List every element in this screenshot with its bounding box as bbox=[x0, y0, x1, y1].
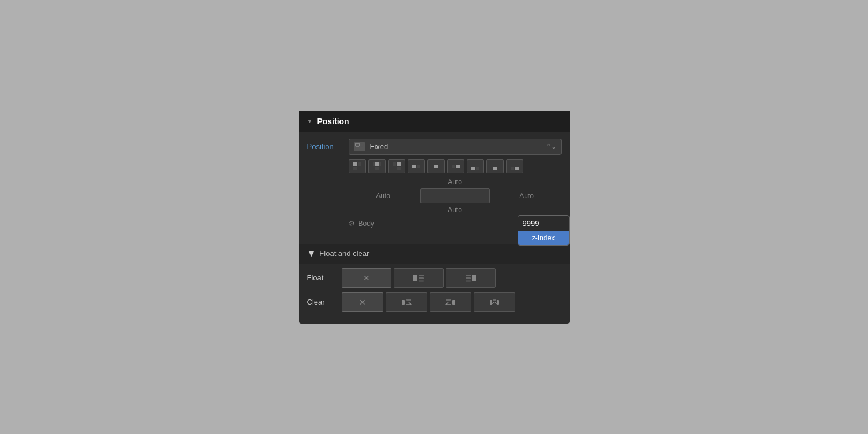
pos-right-value: Auto bbox=[492, 192, 562, 200]
float-left-btn[interactable] bbox=[394, 268, 444, 288]
svg-rect-7 bbox=[373, 162, 375, 166]
float-right-btn[interactable] bbox=[446, 268, 496, 288]
svg-rect-26 bbox=[419, 280, 424, 282]
align-mr-btn[interactable] bbox=[447, 159, 464, 173]
select-chevron-icon: ⌃⌄ bbox=[546, 143, 556, 150]
clear-right-btn[interactable] bbox=[430, 292, 471, 312]
svg-rect-1 bbox=[360, 143, 364, 146]
panel-title: Position bbox=[317, 117, 349, 126]
svg-rect-9 bbox=[375, 167, 379, 170]
zindex-input[interactable] bbox=[523, 219, 551, 228]
alignment-grid bbox=[307, 159, 562, 173]
svg-rect-22 bbox=[511, 167, 514, 170]
gear-icon: ⚙ bbox=[349, 220, 355, 228]
svg-rect-34 bbox=[446, 299, 451, 301]
position-inputs: Auto Auto Auto Auto bbox=[307, 178, 562, 214]
svg-rect-3 bbox=[353, 162, 357, 166]
body-text: Body bbox=[359, 220, 374, 228]
clear-row: Clear ✕ bbox=[307, 292, 562, 312]
svg-rect-25 bbox=[419, 277, 424, 279]
zindex-popup: - z-Index bbox=[518, 215, 570, 246]
svg-rect-2 bbox=[356, 147, 359, 150]
svg-rect-10 bbox=[397, 162, 401, 166]
svg-rect-24 bbox=[419, 275, 424, 276]
svg-rect-37 bbox=[493, 299, 496, 301]
pos-left-value: Auto bbox=[349, 192, 418, 200]
float-clear-divider[interactable]: ▼ Float and clear bbox=[299, 244, 570, 264]
float-row: Float ✕ bbox=[307, 268, 562, 288]
svg-rect-17 bbox=[452, 165, 455, 168]
svg-rect-6 bbox=[375, 162, 379, 166]
svg-rect-11 bbox=[393, 162, 396, 166]
position-value: Fixed bbox=[370, 142, 541, 151]
clear-none-icon: ✕ bbox=[359, 298, 366, 307]
svg-rect-8 bbox=[379, 162, 381, 166]
svg-rect-28 bbox=[466, 277, 471, 279]
position-panel: ▼ Position Position Fixed ⌃ bbox=[299, 111, 570, 324]
float-label: Float bbox=[307, 273, 337, 282]
svg-rect-20 bbox=[493, 167, 497, 170]
zindex-label-btn[interactable]: z-Index bbox=[518, 231, 569, 245]
svg-rect-19 bbox=[476, 167, 479, 170]
svg-rect-16 bbox=[456, 165, 460, 168]
align-ml-btn[interactable] bbox=[408, 159, 425, 173]
svg-rect-30 bbox=[472, 275, 476, 281]
zindex-input-row: - bbox=[518, 216, 569, 231]
panel-header: ▼ Position bbox=[299, 111, 570, 132]
svg-rect-4 bbox=[358, 162, 361, 166]
fixed-position-icon bbox=[354, 142, 365, 151]
float-btn-group: ✕ bbox=[342, 268, 496, 288]
position-row: Position Fixed ⌃⌄ bbox=[307, 139, 562, 155]
clear-none-btn[interactable]: ✕ bbox=[342, 292, 383, 312]
align-tc-btn[interactable] bbox=[368, 159, 386, 173]
align-center-btn[interactable] bbox=[427, 159, 445, 173]
svg-rect-33 bbox=[452, 300, 455, 305]
float-clear-chevron: ▼ bbox=[307, 248, 316, 259]
position-select-wrapper: Fixed ⌃⌄ bbox=[349, 139, 562, 155]
svg-rect-21 bbox=[515, 167, 519, 170]
align-br-btn[interactable] bbox=[506, 159, 523, 173]
align-bl-btn[interactable] bbox=[467, 159, 484, 173]
svg-rect-27 bbox=[466, 275, 471, 276]
pos-top-value: Auto bbox=[420, 178, 490, 186]
clear-left-btn[interactable] bbox=[386, 292, 427, 312]
panel-body: Position Fixed ⌃⌄ bbox=[299, 132, 570, 324]
float-none-icon: ✕ bbox=[363, 273, 370, 283]
float-none-btn[interactable]: ✕ bbox=[342, 268, 391, 288]
svg-rect-12 bbox=[397, 167, 401, 170]
svg-rect-5 bbox=[353, 167, 357, 170]
svg-rect-23 bbox=[413, 275, 417, 281]
position-select[interactable]: Fixed ⌃⌄ bbox=[349, 139, 562, 155]
svg-rect-0 bbox=[356, 143, 359, 146]
panel-collapse-icon[interactable]: ▼ bbox=[307, 118, 313, 124]
clear-btn-group: ✕ bbox=[342, 292, 515, 312]
pos-grid: Auto Auto Auto Auto bbox=[349, 178, 562, 214]
align-bc-btn[interactable] bbox=[486, 159, 504, 173]
float-clear-label: Float and clear bbox=[319, 249, 369, 258]
align-tr-btn[interactable] bbox=[388, 159, 405, 173]
zindex-stepper[interactable]: - bbox=[553, 220, 555, 227]
align-tl-btn[interactable] bbox=[349, 159, 366, 173]
clear-both-btn[interactable] bbox=[474, 292, 515, 312]
svg-rect-32 bbox=[406, 299, 411, 301]
position-label: Position bbox=[307, 142, 344, 151]
body-row: ⚙ Body - z-Index bbox=[349, 220, 562, 228]
svg-rect-14 bbox=[417, 165, 420, 168]
svg-rect-18 bbox=[471, 167, 475, 170]
clear-label: Clear bbox=[307, 298, 337, 306]
float-clear-section: Float ✕ bbox=[307, 268, 562, 312]
body-zindex-section: ⚙ Body - z-Index Relative to bbox=[307, 220, 562, 239]
pos-bottom-value: Auto bbox=[420, 206, 490, 214]
pos-center-input[interactable] bbox=[420, 188, 490, 203]
svg-rect-29 bbox=[466, 280, 471, 282]
svg-rect-31 bbox=[402, 300, 405, 305]
svg-rect-15 bbox=[434, 165, 438, 168]
svg-rect-13 bbox=[412, 165, 416, 168]
